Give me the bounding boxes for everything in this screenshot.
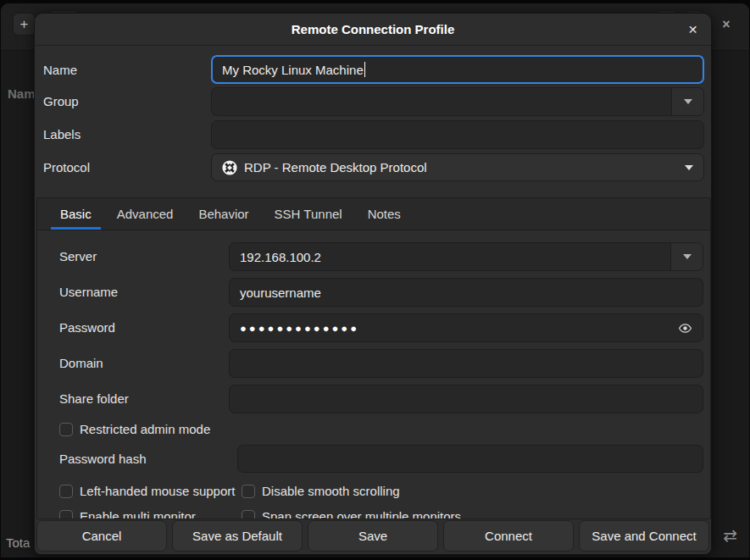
dialog-action-bar: Cancel Save as Default Save Connect Save… xyxy=(36,520,709,552)
password-input[interactable]: ●●●●●●●●●●●●● xyxy=(229,313,703,342)
span-screen-label: Span screen over multiple monitors xyxy=(262,509,461,519)
server-dropdown-button[interactable] xyxy=(670,243,703,270)
dialog-title: Remote Connection Profile xyxy=(35,14,711,46)
tab-notes[interactable]: Notes xyxy=(355,198,414,230)
chevron-down-icon xyxy=(685,165,693,170)
group-dropdown-button[interactable] xyxy=(671,88,703,115)
cancel-button[interactable]: Cancel xyxy=(36,520,167,552)
swap-arrows-icon[interactable]: ⇄ xyxy=(723,525,737,546)
restricted-admin-checkbox[interactable] xyxy=(59,423,73,436)
settings-notebook: Basic Advanced Behavior SSH Tunnel Notes… xyxy=(36,197,711,519)
rdp-protocol-icon xyxy=(222,160,237,175)
enable-multi-monitor-checkbox[interactable] xyxy=(59,510,73,520)
tab-behavior[interactable]: Behavior xyxy=(186,198,261,230)
span-screen-checkbox[interactable] xyxy=(242,510,255,520)
username-label: Username xyxy=(59,278,118,307)
password-label: Password xyxy=(59,313,115,342)
password-input-value: ●●●●●●●●●●●●● xyxy=(240,322,359,335)
name-input-value: My Rocky Linux Machine xyxy=(222,63,364,77)
remote-connection-profile-dialog: Remote Connection Profile ✕ Name My Rock… xyxy=(34,13,712,555)
disable-smooth-scrolling-label: Disable smooth scrolling xyxy=(262,484,400,498)
protocol-label: Protocol xyxy=(43,153,90,181)
chevron-down-icon xyxy=(683,254,692,259)
dialog-titlebar: Remote Connection Profile ✕ xyxy=(35,14,711,46)
left-handed-mouse-label: Left-handed mouse support xyxy=(80,484,235,498)
restricted-admin-checkbox-row[interactable]: Restricted admin mode xyxy=(59,422,210,436)
window-close-icon[interactable]: × xyxy=(714,12,739,37)
save-as-default-button[interactable]: Save as Default xyxy=(172,520,303,552)
domain-label: Domain xyxy=(59,349,103,378)
labels-label: Labels xyxy=(43,120,81,149)
background-status-text: Tota xyxy=(6,535,30,550)
save-and-connect-button[interactable]: Save and Connect xyxy=(579,520,709,552)
password-hash-label: Password hash xyxy=(59,445,147,473)
dialog-close-button[interactable]: ✕ xyxy=(681,19,704,42)
server-combo[interactable]: 192.168.100.2 xyxy=(229,242,703,271)
disable-smooth-scrolling-checkbox[interactable] xyxy=(242,485,255,498)
left-handed-mouse-checkbox[interactable] xyxy=(59,485,73,498)
enable-multi-monitor-checkbox-row[interactable]: Enable multi monitor xyxy=(59,509,196,519)
share-folder-label: Share folder xyxy=(59,385,129,413)
restricted-admin-label: Restricted admin mode xyxy=(80,422,210,436)
tab-bar: Basic Advanced Behavior SSH Tunnel Notes xyxy=(37,198,710,230)
username-input-value: yourusername xyxy=(240,286,321,300)
left-handed-mouse-checkbox-row[interactable]: Left-handed mouse support xyxy=(59,484,235,498)
password-hash-input[interactable] xyxy=(237,445,703,473)
tab-ssh-tunnel[interactable]: SSH Tunnel xyxy=(262,198,355,230)
basic-tab-content: Server 192.168.100.2 Username youruserna… xyxy=(37,230,710,518)
protocol-dropdown[interactable]: RDP - Remote Desktop Protocol xyxy=(211,153,704,181)
group-input[interactable] xyxy=(212,88,671,115)
protocol-value: RDP - Remote Desktop Protocol xyxy=(244,160,427,175)
labels-input[interactable] xyxy=(211,120,704,149)
chevron-down-icon xyxy=(684,99,692,104)
new-connection-button[interactable]: + xyxy=(13,13,36,36)
tab-advanced[interactable]: Advanced xyxy=(104,198,186,230)
name-input[interactable]: My Rocky Linux Machine xyxy=(211,55,704,84)
username-input[interactable]: yourusername xyxy=(229,278,703,307)
enable-multi-monitor-label: Enable multi monitor xyxy=(80,509,196,519)
share-folder-input[interactable] xyxy=(229,385,703,413)
name-label: Name xyxy=(43,56,77,85)
server-label: Server xyxy=(59,242,97,271)
save-button[interactable]: Save xyxy=(308,520,438,552)
group-label: Group xyxy=(43,87,79,116)
show-password-eye-icon[interactable] xyxy=(678,321,692,335)
server-input[interactable]: 192.168.100.2 xyxy=(230,243,670,270)
disable-smooth-scrolling-checkbox-row[interactable]: Disable smooth scrolling xyxy=(242,484,400,498)
text-cursor xyxy=(364,62,366,77)
connect-button[interactable]: Connect xyxy=(443,520,574,552)
screen: + × Name Tota ⇄ Remote Connection Profil… xyxy=(0,0,750,560)
domain-input[interactable] xyxy=(229,349,703,378)
group-combo[interactable] xyxy=(211,87,704,116)
span-screen-checkbox-row[interactable]: Span screen over multiple monitors xyxy=(242,509,461,519)
tab-basic[interactable]: Basic xyxy=(47,198,104,230)
